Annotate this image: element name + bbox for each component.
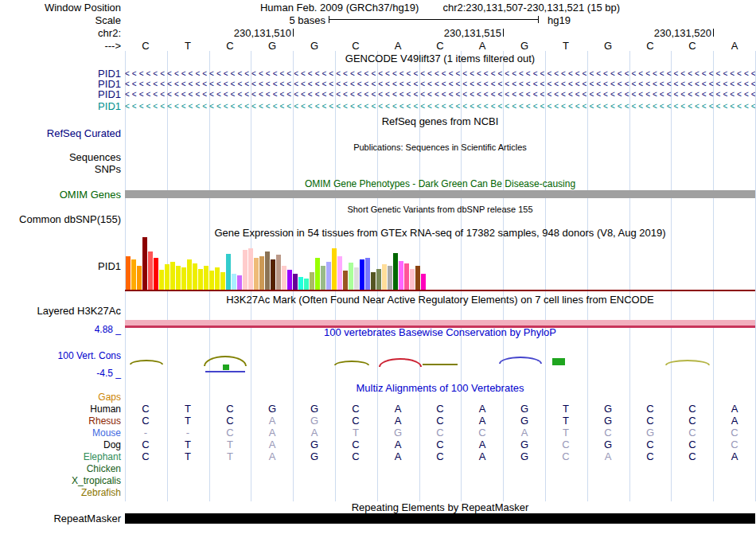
gtex-expression-bar bbox=[415, 266, 420, 290]
multiz-aligned-base: T bbox=[177, 404, 199, 415]
transcript-arrow-line[interactable]: <<<<<<<<<<<<<<<<<<<<<<<<<<<<<<<<<<<<<<<<… bbox=[125, 68, 755, 79]
scale-bar-right-tick bbox=[538, 16, 539, 23]
track-label-gtex-pid1[interactable]: PID1 bbox=[0, 261, 121, 272]
multiz-aligned-base: G bbox=[387, 427, 409, 439]
repeatmasker-bar[interactable] bbox=[125, 513, 755, 524]
reference-base: C bbox=[429, 41, 451, 52]
multiz-species-label[interactable]: Zebrafish bbox=[0, 487, 121, 498]
multiz-species-label[interactable]: Rhesus bbox=[0, 415, 121, 427]
phylop-signal-mark bbox=[423, 364, 458, 365]
multiz-aligned-base: C bbox=[219, 415, 241, 427]
multiz-aligned-base: C bbox=[723, 427, 746, 439]
multiz-aligned-base: T bbox=[219, 451, 241, 462]
omim-genes-bar[interactable] bbox=[125, 190, 755, 198]
gtex-expression-bar bbox=[393, 253, 398, 290]
multiz-aligned-base: T bbox=[177, 415, 199, 427]
gtex-baseline bbox=[125, 290, 755, 291]
gtex-expression-bar bbox=[271, 259, 275, 290]
track-label-sequences[interactable]: Sequences bbox=[0, 152, 121, 163]
gtex-expression-bar bbox=[131, 259, 136, 290]
multiz-aligned-base: G bbox=[597, 415, 619, 427]
publications-title: Publications: Sequences in Scientific Ar… bbox=[125, 142, 755, 153]
gtex-expression-bar bbox=[276, 255, 281, 290]
multiz-aligned-base: T bbox=[555, 415, 577, 427]
multiz-aligned-base: A bbox=[471, 415, 493, 427]
transcript-arrow-line[interactable]: <<<<<<<<<<<<<<<<<<<<<<<<<<<<<<<<<<<<<<<<… bbox=[125, 89, 755, 99]
track-label-pid1-transcript[interactable]: PID1 bbox=[0, 101, 121, 112]
gtex-expression-bar bbox=[349, 263, 353, 290]
gtex-expression-bar bbox=[254, 258, 259, 290]
multiz-aligned-base: G bbox=[513, 404, 536, 415]
multiz-aligned-base: A bbox=[261, 415, 283, 427]
gtex-expression-bar bbox=[204, 266, 208, 290]
reference-base: A bbox=[387, 41, 409, 52]
multiz-aligned-base: G bbox=[513, 439, 536, 450]
gencode-title: GENCODE V49lift37 (1 items filtered out) bbox=[125, 53, 755, 64]
multiz-species-label[interactable]: Dog bbox=[0, 439, 121, 450]
track-label-repeatmasker[interactable]: RepeatMasker bbox=[0, 513, 121, 524]
gtex-expression-bar bbox=[376, 269, 381, 290]
gtex-expression-bar bbox=[282, 266, 286, 290]
ruler-coordinate: 230,131,510 bbox=[212, 28, 291, 39]
track-label-refseq-curated[interactable]: RefSeq Curated bbox=[0, 128, 121, 139]
multiz-aligned-base: C bbox=[681, 415, 703, 427]
multiz-aligned-base: A bbox=[387, 415, 409, 427]
gtex-expression-bar bbox=[181, 267, 186, 290]
multiz-aligned-base: C bbox=[134, 404, 157, 415]
phylop-signal-mark bbox=[665, 360, 710, 365]
multiz-aligned-base: T bbox=[177, 451, 199, 462]
reference-base: A bbox=[471, 41, 493, 52]
repeatmasker-title: Repeating Elements by RepeatMasker bbox=[125, 502, 755, 513]
gtex-expression-bar bbox=[209, 271, 214, 290]
scale-bases-label: 5 bases bbox=[125, 15, 325, 26]
multiz-species-label[interactable]: Elephant bbox=[0, 451, 121, 462]
phylop-signal-mark bbox=[334, 361, 369, 365]
multiz-aligned-base: G bbox=[639, 427, 661, 439]
track-label-snps[interactable]: SNPs bbox=[0, 164, 121, 175]
multiz-aligned-base: - bbox=[177, 427, 199, 439]
gtex-expression-bar bbox=[243, 250, 247, 290]
h3k27ac-title: H3K27Ac Mark (Often Found Near Active Re… bbox=[125, 294, 755, 306]
track-label-common-dbsnp[interactable]: Common dbSNP(155) bbox=[0, 214, 121, 225]
chrom-label: chr2: bbox=[0, 28, 121, 39]
multiz-aligned-base: G bbox=[303, 415, 325, 427]
multiz-aligned-base: C bbox=[134, 451, 157, 462]
multiz-species-label[interactable]: X_tropicalis bbox=[0, 475, 121, 486]
multiz-aligned-base: G bbox=[303, 451, 325, 462]
transcript-arrow-line[interactable]: <<<<<<<<<<<<<<<<<<<<<<<<<<<<<<<<<<<<<<<<… bbox=[125, 101, 755, 111]
phylop-signal-mark bbox=[379, 358, 422, 367]
ruler-tick-mark bbox=[293, 29, 294, 37]
track-label-h3k27ac[interactable]: Layered H3K27Ac bbox=[0, 306, 121, 317]
gtex-expression-bar bbox=[399, 261, 403, 290]
reference-base: G bbox=[513, 41, 536, 52]
reference-base: C bbox=[639, 41, 661, 52]
multiz-species-label[interactable]: Mouse bbox=[0, 427, 121, 439]
phylop-signal-mark bbox=[205, 371, 245, 372]
multiz-aligned-base: A bbox=[471, 404, 493, 415]
track-label-100-vert-cons[interactable]: 100 Vert. Cons bbox=[0, 350, 121, 361]
gtex-expression-bar bbox=[343, 271, 348, 290]
refseq-title: RefSeq genes from NCBI bbox=[125, 116, 755, 127]
multiz-aligned-base: C bbox=[597, 427, 619, 439]
multiz-aligned-base: C bbox=[345, 451, 367, 462]
multiz-aligned-base: C bbox=[639, 439, 661, 450]
multiz-aligned-base: T bbox=[555, 427, 577, 439]
multiz-species-label[interactable]: Gaps bbox=[0, 392, 121, 403]
multiz-species-label[interactable]: Human bbox=[0, 404, 121, 415]
multiz-aligned-base: A bbox=[387, 451, 409, 462]
gtex-expression-bar bbox=[165, 264, 170, 290]
gtex-expression-bar bbox=[137, 266, 142, 290]
gtex-expression-bar bbox=[321, 266, 325, 290]
track-label-pid1-transcript[interactable]: PID1 bbox=[0, 89, 121, 100]
gtex-expression-bar bbox=[142, 237, 147, 290]
genome-browser-image: Window Position Human Feb. 2009 (GRCh37/… bbox=[0, 0, 756, 538]
multiz-title: Multiz Alignments of 100 Vertebrates bbox=[125, 383, 755, 394]
multiz-species-label[interactable]: Chicken bbox=[0, 463, 121, 474]
track-label-omim-genes[interactable]: OMIM Genes bbox=[0, 189, 121, 201]
multiz-aligned-base: A bbox=[303, 427, 325, 439]
transcript-arrow-line[interactable]: <<<<<<<<<<<<<<<<<<<<<<<<<<<<<<<<<<<<<<<<… bbox=[125, 79, 755, 89]
multiz-aligned-base: A bbox=[597, 451, 619, 462]
ruler-tick-mark bbox=[503, 29, 504, 37]
gtex-expression-bar bbox=[265, 251, 270, 290]
phylop-max-label: 4.88 _ bbox=[0, 324, 121, 335]
